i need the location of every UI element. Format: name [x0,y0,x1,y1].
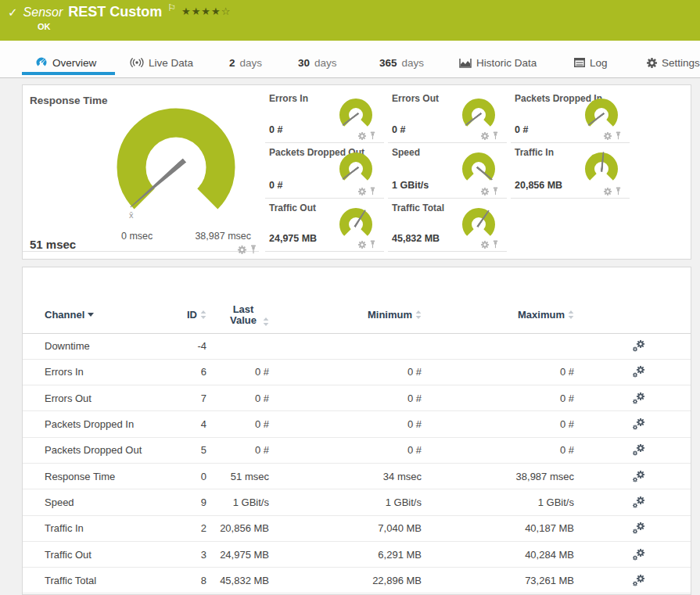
tile-label: Errors Out [392,93,439,104]
tile-value: 45,832 MB [392,233,440,244]
gauge-title: Response Time [30,95,108,106]
star-empty[interactable]: ☆ [221,5,232,17]
channel-id: -4 [179,333,206,359]
channel-settings-icon[interactable] [632,548,645,561]
status-badge: OK [38,22,51,31]
tab-bar: Overview Live Data 2 days 30 days 365 da… [0,41,700,78]
tab-label: Live Data [149,57,193,69]
tab-live-data[interactable]: Live Data [130,41,193,78]
channel-settings-icon[interactable] [632,522,645,535]
flag-icon[interactable]: ⚐ [167,2,176,13]
channel-last-value: 0 # [206,359,269,385]
tab-30-days[interactable]: 30 days [298,41,337,78]
gauge-tile-errors-out[interactable]: Errors Out 0 # [388,91,507,143]
gauge-tile-traffic-out[interactable]: Traffic Out 24,975 MB [265,201,384,252]
channel-maximum: 40,187 MB [422,515,574,541]
gauge-tile-traffic-total[interactable]: Traffic Total 45,832 MB [388,201,507,252]
channel-minimum: 0 # [269,385,422,411]
table-header-row: Channel ID Last Value [23,297,691,333]
pin-icon[interactable] [615,131,622,140]
channel-id: 5 [179,437,206,463]
channel-settings-icon[interactable] [632,365,645,378]
active-tab-indicator [22,72,115,75]
pin-icon[interactable] [492,187,499,195]
channel-settings-icon[interactable] [632,392,645,405]
gear-icon[interactable] [481,188,489,195]
gear-icon[interactable] [481,241,489,249]
gauge-tile-traffic-in[interactable]: Traffic In 20,856 MB [511,145,630,199]
gauge-tile-packets-dropped-out[interactable]: Packets Dropped Out 0 # [265,145,384,199]
column-header-channel[interactable]: Channel [23,297,179,333]
pin-icon[interactable] [492,240,499,249]
tab-settings[interactable]: Settings [647,41,700,78]
tile-value: 0 # [515,124,528,135]
table-row: Traffic Out 3 24,975 MB 6,291 MB 40,284 … [23,541,691,567]
gauge-tile-speed[interactable]: Speed 1 GBit/s [388,145,507,199]
tab-label: Historic Data [476,57,537,69]
tile-value: 0 # [269,180,282,191]
tab-label: Settings [662,57,700,69]
tab-2-days[interactable]: 2 days [229,41,262,78]
tab-number: 30 [298,57,310,69]
channel-minimum: 7,040 MB [269,515,422,541]
chevron-down-icon [88,313,94,317]
gauge-tile-errors-in[interactable]: Errors In 0 # [265,91,384,143]
gauge-tile-packets-dropped-in[interactable]: Packets Dropped In 0 # [511,91,630,143]
table-row: Errors Out 7 0 # 0 # 0 # [23,385,691,411]
column-header-minimum[interactable]: Minimum [269,297,422,333]
channel-maximum: 73,261 MB [422,568,574,593]
channel-minimum: 34 msec [269,463,422,489]
column-header-actions [574,297,691,333]
tab-label: days [240,57,263,69]
table-row: Response Time 0 51 msec 34 msec 38,987 m… [23,463,691,489]
gear-icon[interactable] [481,132,489,140]
channel-minimum: 1 GBit/s [269,489,422,515]
gear-icon[interactable] [604,132,612,140]
gear-icon[interactable] [358,132,366,140]
channel-name: Packets Dropped In [23,411,179,437]
channel-settings-icon[interactable] [632,574,645,587]
channel-id: 0 [179,463,206,489]
table-row: Speed 9 1 GBit/s 1 GBit/s 1 GBit/s [23,489,691,515]
column-header-id[interactable]: ID [179,297,206,333]
stars-filled[interactable]: ★★★★ [181,5,221,17]
gear-icon[interactable] [238,246,246,254]
mean-marker: x̄ [129,210,134,220]
pin-icon[interactable] [369,131,376,140]
channel-settings-icon[interactable] [632,418,645,431]
tile-value: 24,975 MB [269,233,317,244]
tab-label: Log [590,57,608,69]
tab-label: Overview [52,57,96,69]
tab-log[interactable]: Log [574,41,608,78]
pin-icon[interactable] [249,245,257,254]
live-data-icon [130,58,144,67]
channel-settings-icon[interactable] [632,496,645,509]
gear-icon[interactable] [358,188,366,195]
channel-settings-icon[interactable] [632,443,645,457]
gear-icon[interactable] [604,188,612,195]
tab-historic-data[interactable]: Historic Data [459,41,537,78]
channel-minimum: 0 # [269,411,422,437]
channel-settings-icon[interactable] [632,339,645,353]
pin-icon[interactable] [369,240,376,249]
channel-maximum: 0 # [422,385,574,411]
pin-icon[interactable] [369,187,376,195]
pin-icon[interactable] [492,131,499,140]
tile-value: 20,856 MB [515,180,562,191]
table-row: Traffic In 2 20,856 MB 7,040 MB 40,187 M… [23,515,691,541]
tab-number: 2 [229,57,235,69]
gauge-icon [35,57,48,68]
channel-last-value: 0 # [206,385,269,411]
pin-icon[interactable] [615,187,622,195]
response-time-gauge: x̄ [106,101,246,226]
priority-stars[interactable]: ★★★★☆ [181,5,231,17]
channel-settings-icon[interactable] [632,470,645,483]
column-header-last-value[interactable]: Last Value [206,297,269,333]
tab-365-days[interactable]: 365 days [379,41,424,78]
gear-icon[interactable] [358,241,366,249]
column-header-maximum[interactable]: Maximum [422,297,574,333]
table-row: Packets Dropped Out 5 0 # 0 # 0 # [23,437,691,463]
response-time-gauge-section[interactable]: Response Time x̄ 0 msec 38,987 msec 51 m… [23,91,259,252]
channel-maximum [422,333,574,359]
tile-label: Traffic Out [269,203,316,213]
